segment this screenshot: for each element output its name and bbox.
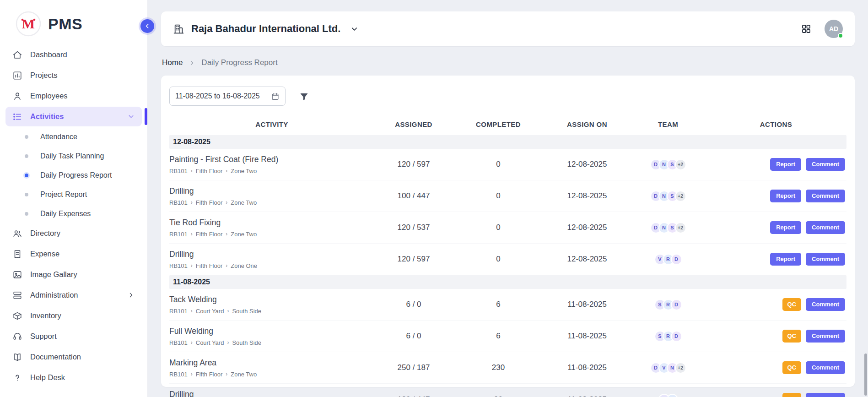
activity-cell: DrillingRB101›Fifth Floor›Zone Two	[169, 385, 374, 397]
sidebar-nav: DashboardProjectsEmployeesActivitiesAtte…	[0, 43, 147, 397]
path-segment: Zone Two	[231, 371, 257, 378]
activity-name[interactable]: Drilling	[169, 390, 371, 397]
qc-button[interactable]: QC	[782, 298, 802, 311]
sidebar-item-projects[interactable]: Projects	[5, 65, 142, 85]
qc-button[interactable]: QC	[782, 330, 802, 343]
calendar-icon	[271, 92, 280, 101]
qc-button[interactable]: QC	[782, 393, 802, 397]
team-extra-count[interactable]: +2	[675, 362, 686, 374]
directory-icon	[12, 228, 22, 239]
activity-name[interactable]: Tack Welding	[169, 295, 371, 305]
team-extra-count[interactable]: +2	[675, 190, 686, 202]
sidebar-item-help-desk[interactable]: Help Desk	[5, 368, 142, 387]
chevron-right-icon: ›	[191, 339, 193, 346]
sidebar-item-documentation[interactable]: Documentation	[5, 347, 142, 367]
team-cell: DVN+2	[631, 362, 706, 374]
chevron-right-icon: ›	[227, 339, 229, 346]
sidebar: M PMS DashboardProjectsEmployeesActiviti…	[0, 0, 148, 397]
actions-cell: ReportComment	[706, 190, 846, 202]
assigned-cell: 6 / 0	[374, 332, 453, 341]
activity-name[interactable]: Painting - First Coat (Fire Red)	[169, 155, 371, 164]
sidebar-subitem-daily-progress-report[interactable]: Daily Progress Report	[5, 166, 142, 185]
sidebar-item-label: Help Desk	[30, 373, 65, 382]
report-button[interactable]: Report	[770, 190, 801, 202]
sidebar-item-activities[interactable]: Activities	[5, 107, 142, 126]
team-extra-count[interactable]: +2	[675, 222, 686, 234]
sidebar-item-support[interactable]: Support	[5, 326, 142, 346]
sidebar-item-inventory[interactable]: Inventory	[5, 306, 142, 326]
sidebar-item-dashboard[interactable]: Dashboard	[5, 45, 142, 65]
col-header-actions: ACTIONS	[706, 120, 846, 128]
team-avatar[interactable]: D	[671, 254, 682, 265]
filter-funnel-icon[interactable]	[299, 92, 309, 101]
sidebar-subitem-daily-expenses[interactable]: Daily Expenses	[5, 204, 142, 223]
chevron-down-icon	[350, 25, 359, 33]
sidebar-item-label: Employees	[30, 92, 68, 100]
activity-name[interactable]: Marking Area	[169, 358, 371, 368]
table-row: Tack WeldingRB101›Court Yard›South Side6…	[169, 289, 846, 321]
report-button[interactable]: Report	[770, 221, 801, 234]
activity-name[interactable]: Drilling	[169, 250, 371, 259]
activity-name[interactable]: Drilling	[169, 186, 371, 196]
user-avatar[interactable]: AD	[825, 20, 843, 38]
comment-button[interactable]: Comment	[806, 393, 845, 397]
path-segment: RB101	[169, 231, 188, 238]
sidebar-subitem-daily-task-planning[interactable]: Daily Task Planning	[5, 147, 142, 166]
sidebar-collapse-button[interactable]	[140, 19, 154, 33]
breadcrumb-home[interactable]: Home	[162, 58, 183, 67]
actions-cell: QCComment	[706, 298, 846, 311]
sidebar-item-expense[interactable]: Expense	[5, 244, 142, 264]
path-segment: South Side	[232, 339, 261, 346]
team-cell: DNS+2	[631, 159, 706, 170]
sidebar-subitem-project-report[interactable]: Project Report	[5, 185, 142, 204]
path-segment: RB101	[169, 262, 188, 269]
chevron-right-icon	[127, 291, 135, 299]
comment-button[interactable]: Comment	[806, 253, 845, 266]
home-icon	[12, 50, 22, 60]
vertical-scrollbar-thumb[interactable]	[864, 353, 867, 396]
sidebar-item-administration[interactable]: Administration	[5, 285, 142, 305]
team-extra-count[interactable]: +2	[675, 159, 686, 170]
brand-name: PMS	[48, 15, 82, 33]
team-avatar[interactable]: R	[667, 394, 678, 397]
company-selector[interactable]: Raja Bahadur International Ltd.	[173, 23, 359, 35]
table-row: DrillingRB101›Fifth Floor›Zone One120 / …	[169, 244, 846, 275]
comment-button[interactable]: Comment	[806, 190, 845, 202]
report-button[interactable]: Report	[770, 253, 801, 266]
activities-icon	[12, 112, 22, 122]
activity-path: RB101›Fifth Floor›Zone Two	[169, 371, 371, 378]
topbar: Raja Bahadur International Ltd. AD	[161, 11, 855, 46]
sidebar-item-directory[interactable]: Directory	[5, 223, 142, 243]
activity-cell: Tack WeldingRB101›Court Yard›South Side	[169, 290, 374, 319]
table-header-row: ACTIVITY ASSIGNED COMPLETED ASSIGN ON TE…	[169, 113, 846, 135]
date-range-input[interactable]: 11-08-2025 to 16-08-2025	[169, 87, 286, 106]
chevron-right-icon: ›	[191, 168, 193, 174]
col-header-activity: ACTIVITY	[169, 120, 374, 128]
report-button[interactable]: Report	[770, 158, 801, 171]
comment-button[interactable]: Comment	[806, 361, 845, 374]
avatar-initials: AD	[829, 25, 838, 33]
comment-button[interactable]: Comment	[806, 330, 845, 343]
sidebar-subitem-attendance[interactable]: Attendance	[5, 127, 142, 147]
comment-button[interactable]: Comment	[806, 298, 845, 311]
team-cell: NR	[631, 394, 706, 397]
sidebar-item-image-gallary[interactable]: Image Gallary	[5, 265, 142, 284]
team-avatar[interactable]: D	[671, 299, 682, 310]
sidebar-item-label: Documentation	[30, 353, 81, 361]
apps-grid-icon[interactable]	[801, 23, 812, 34]
activity-cell: DrillingRB101›Fifth Floor›Zone One	[169, 245, 374, 274]
comment-button[interactable]: Comment	[806, 221, 845, 234]
team-avatar[interactable]: D	[671, 331, 682, 342]
activity-name[interactable]: Full Welding	[169, 326, 371, 336]
path-segment: Zone Two	[231, 168, 257, 174]
completed-cell: 0	[453, 223, 544, 232]
qc-button[interactable]: QC	[782, 361, 802, 374]
comment-button[interactable]: Comment	[806, 158, 845, 171]
bullet-icon	[25, 174, 28, 177]
inventory-icon	[12, 311, 22, 321]
sidebar-item-employees[interactable]: Employees	[5, 86, 142, 106]
activity-name[interactable]: Tie Rod Fixing	[169, 218, 371, 228]
sidebar-item-label: Projects	[30, 71, 58, 80]
assigned-cell: 250 / 187	[374, 363, 453, 372]
activity-path: RB101›Court Yard›South Side	[169, 308, 371, 315]
